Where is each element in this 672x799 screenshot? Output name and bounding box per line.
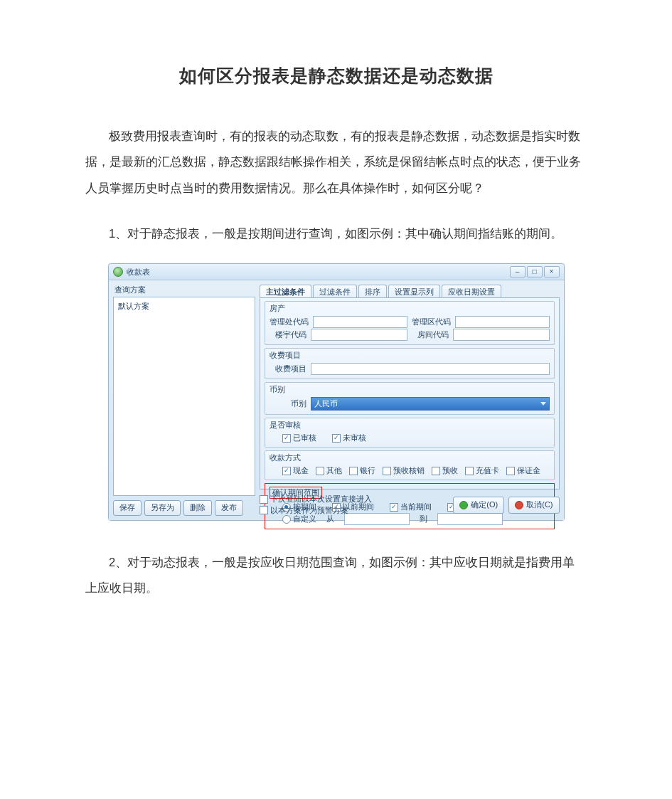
chk-audited[interactable]: 已审核 (282, 433, 316, 443)
tab-due-date[interactable]: 应收日期设置 (442, 285, 501, 298)
query-plan-title: 查询方案 (114, 285, 255, 295)
window-titlebar: 收款表 – □ × (109, 264, 564, 280)
group-fee-item: 收费项目 收费项目 (265, 348, 555, 379)
cancel-icon (515, 501, 523, 509)
group-pay-title: 收款方式 (270, 453, 301, 463)
tab-bar: 主过滤条件 过滤条件 排序 设置显示列 应收日期设置 (260, 285, 560, 297)
save-button[interactable]: 保存 (113, 500, 142, 516)
ok-button[interactable]: 确定(O) (453, 497, 504, 514)
chk-prepay[interactable]: 预收 (432, 465, 458, 476)
chk-alert-plan[interactable]: 以本方案作为预警方案 (260, 505, 348, 516)
list-item-2: 2、对于动态报表，一般是按应收日期范围查询，如图示例：其中应收日期就是指费用单上… (85, 549, 587, 601)
chk-prepay-offset[interactable]: 预收核销 (383, 465, 425, 476)
tab-filter[interactable]: 过滤条件 (313, 285, 357, 298)
group-fee-title: 收费项目 (270, 350, 301, 361)
select-currency-value: 人民币 (314, 398, 338, 409)
lbl-fee-item: 收费项目 (270, 364, 306, 374)
lbl-currency: 币别 (270, 398, 306, 409)
input-building[interactable] (311, 329, 407, 341)
dialog-footer: 下次登陆以本次设置直接进入 以本方案作为预警方案 确定(O) 取消(C) (260, 494, 560, 516)
document-page: 如何区分报表是静态数据还是动态数据 极致费用报表查询时，有的报表的动态取数，有的… (0, 0, 672, 661)
tab-sort[interactable]: 排序 (358, 285, 387, 298)
plan-list[interactable]: 默认方案 (113, 297, 255, 496)
window-title: 收款表 (127, 267, 150, 277)
close-button[interactable]: × (544, 266, 560, 277)
lbl-mgmt-area: 管理区代码 (412, 317, 451, 327)
app-window: 收款表 – □ × 查询方案 默认方案 保存 另存为 (108, 263, 565, 521)
group-currency-title: 币别 (270, 384, 285, 395)
input-mgmt-area[interactable] (455, 316, 550, 328)
group-currency: 币别 币别 人民币 (265, 382, 555, 415)
tab-columns[interactable]: 设置显示列 (388, 285, 440, 298)
maximize-button[interactable]: □ (527, 266, 543, 277)
cancel-button[interactable]: 取消(C) (508, 497, 559, 514)
group-property: 房产 管理处代码 管理区代码 楼宇代码 房间代码 (265, 301, 555, 345)
minimize-button[interactable]: – (510, 266, 526, 277)
lbl-mgmt-office: 管理处代码 (270, 317, 309, 327)
chk-unaudited[interactable]: 未审核 (332, 433, 366, 443)
list-item-1: 1、对于静态报表，一般是按期间进行查询，如图示例：其中确认期间指结账的期间。 (85, 221, 587, 246)
chk-cash[interactable]: 现金 (282, 465, 309, 476)
publish-button[interactable]: 发布 (215, 500, 243, 516)
chk-auto-enter[interactable]: 下次登陆以本次设置直接进入 (260, 494, 372, 504)
check-icon (459, 501, 468, 509)
page-title: 如何区分报表是静态数据还是动态数据 (85, 64, 587, 88)
chk-deposit[interactable]: 保证金 (506, 465, 540, 476)
chk-other[interactable]: 其他 (316, 465, 342, 476)
input-room[interactable] (453, 329, 550, 341)
chk-card[interactable]: 充值卡 (465, 465, 499, 476)
chk-bank[interactable]: 银行 (349, 465, 375, 476)
group-pay-method: 收款方式 现金 其他 银行 预收核销 预收 充值卡 保证金 (265, 450, 555, 480)
chevron-down-icon (540, 402, 546, 406)
plan-item-default[interactable]: 默认方案 (117, 300, 252, 312)
input-mgmt-office[interactable] (313, 316, 407, 328)
delete-button[interactable]: 删除 (183, 500, 212, 516)
embedded-screenshot: 收款表 – □ × 查询方案 默认方案 保存 另存为 (85, 263, 587, 521)
select-currency[interactable]: 人民币 (311, 397, 550, 411)
lbl-building: 楼宇代码 (270, 329, 306, 340)
group-audit-title: 是否审核 (270, 420, 301, 430)
save-as-button[interactable]: 另存为 (144, 500, 181, 516)
group-audit: 是否审核 已审核 未审核 (265, 418, 555, 448)
group-property-title: 房产 (270, 303, 285, 314)
input-fee-item[interactable] (311, 363, 550, 375)
tab-main-filter[interactable]: 主过滤条件 (260, 285, 311, 298)
app-icon (113, 267, 123, 277)
lbl-room: 房间代码 (412, 329, 449, 340)
intro-paragraph: 极致费用报表查询时，有的报表的动态取数，有的报表是静态数据，动态数据是指实时数据… (85, 123, 587, 201)
